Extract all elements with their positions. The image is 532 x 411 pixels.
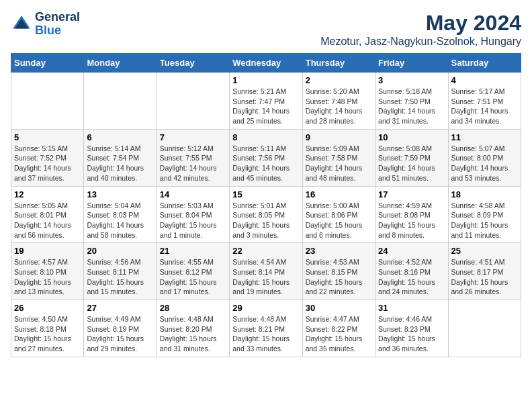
calendar-cell: 27Sunrise: 4:49 AM Sunset: 8:19 PM Dayli… — [84, 300, 157, 357]
day-number: 24 — [378, 246, 445, 256]
logo: General Blue — [11, 11, 80, 38]
day-number: 31 — [378, 303, 445, 313]
day-detail: Sunrise: 5:11 AM Sunset: 7:56 PM Dayligh… — [232, 144, 299, 183]
day-number: 26 — [14, 303, 81, 313]
calendar-cell: 23Sunrise: 4:53 AM Sunset: 8:15 PM Dayli… — [302, 243, 375, 300]
logo-blue: Blue — [35, 24, 61, 37]
col-header-sunday: Sunday — [11, 54, 84, 73]
day-number: 15 — [232, 189, 299, 199]
day-detail: Sunrise: 5:21 AM Sunset: 7:47 PM Dayligh… — [232, 87, 299, 126]
day-number: 7 — [160, 132, 226, 142]
day-number: 19 — [14, 246, 81, 256]
week-row-0: 1Sunrise: 5:21 AM Sunset: 7:47 PM Daylig… — [11, 73, 521, 130]
calendar-cell: 18Sunrise: 4:58 AM Sunset: 8:09 PM Dayli… — [448, 186, 521, 243]
calendar-cell: 7Sunrise: 5:12 AM Sunset: 7:55 PM Daylig… — [157, 129, 229, 186]
calendar-cell: 3Sunrise: 5:18 AM Sunset: 7:50 PM Daylig… — [375, 73, 448, 130]
day-number: 14 — [160, 189, 226, 199]
day-detail: Sunrise: 5:07 AM Sunset: 8:00 PM Dayligh… — [451, 144, 518, 183]
day-number: 18 — [451, 189, 518, 199]
day-number: 17 — [378, 189, 445, 199]
day-number: 16 — [306, 189, 372, 199]
day-number: 8 — [232, 132, 299, 142]
calendar-cell: 15Sunrise: 5:01 AM Sunset: 8:05 PM Dayli… — [230, 186, 302, 243]
col-header-monday: Monday — [84, 54, 157, 73]
calendar-cell — [448, 300, 521, 357]
calendar-cell: 11Sunrise: 5:07 AM Sunset: 8:00 PM Dayli… — [448, 129, 521, 186]
calendar-cell: 1Sunrise: 5:21 AM Sunset: 7:47 PM Daylig… — [230, 73, 302, 130]
day-number: 21 — [160, 246, 226, 256]
day-detail: Sunrise: 4:54 AM Sunset: 8:14 PM Dayligh… — [232, 257, 299, 297]
day-number: 6 — [87, 132, 153, 142]
day-number: 23 — [306, 246, 372, 256]
day-detail: Sunrise: 4:50 AM Sunset: 8:18 PM Dayligh… — [14, 314, 81, 354]
week-row-3: 19Sunrise: 4:57 AM Sunset: 8:10 PM Dayli… — [11, 243, 521, 300]
day-detail: Sunrise: 4:48 AM Sunset: 8:21 PM Dayligh… — [232, 314, 299, 354]
day-detail: Sunrise: 4:53 AM Sunset: 8:15 PM Dayligh… — [306, 257, 372, 297]
logo-general: General — [35, 10, 80, 24]
week-row-2: 12Sunrise: 5:05 AM Sunset: 8:01 PM Dayli… — [11, 186, 521, 243]
col-header-tuesday: Tuesday — [157, 54, 229, 73]
day-number: 12 — [14, 189, 81, 199]
day-number: 25 — [451, 246, 518, 256]
day-detail: Sunrise: 4:59 AM Sunset: 8:08 PM Dayligh… — [378, 201, 445, 240]
day-detail: Sunrise: 5:20 AM Sunset: 7:48 PM Dayligh… — [306, 87, 372, 126]
day-number: 11 — [451, 132, 518, 142]
calendar-cell: 9Sunrise: 5:09 AM Sunset: 7:58 PM Daylig… — [302, 129, 375, 186]
day-detail: Sunrise: 4:51 AM Sunset: 8:17 PM Dayligh… — [451, 257, 518, 297]
calendar-cell: 26Sunrise: 4:50 AM Sunset: 8:18 PM Dayli… — [11, 300, 84, 357]
calendar-cell: 28Sunrise: 4:48 AM Sunset: 8:20 PM Dayli… — [157, 300, 229, 357]
day-number: 13 — [87, 189, 153, 199]
day-number: 30 — [306, 303, 372, 313]
calendar-cell: 16Sunrise: 5:00 AM Sunset: 8:06 PM Dayli… — [302, 186, 375, 243]
day-detail: Sunrise: 5:14 AM Sunset: 7:54 PM Dayligh… — [87, 144, 153, 183]
day-number: 1 — [232, 75, 299, 85]
day-number: 5 — [14, 132, 81, 142]
calendar-cell: 17Sunrise: 4:59 AM Sunset: 8:08 PM Dayli… — [375, 186, 448, 243]
day-detail: Sunrise: 4:55 AM Sunset: 8:12 PM Dayligh… — [160, 257, 226, 297]
day-number: 28 — [160, 303, 226, 313]
day-detail: Sunrise: 5:15 AM Sunset: 7:52 PM Dayligh… — [14, 144, 81, 183]
week-row-1: 5Sunrise: 5:15 AM Sunset: 7:52 PM Daylig… — [11, 129, 521, 186]
day-number: 10 — [378, 132, 445, 142]
calendar-cell: 19Sunrise: 4:57 AM Sunset: 8:10 PM Dayli… — [11, 243, 84, 300]
day-detail: Sunrise: 5:09 AM Sunset: 7:58 PM Dayligh… — [306, 144, 372, 183]
day-detail: Sunrise: 5:08 AM Sunset: 7:59 PM Dayligh… — [378, 144, 445, 183]
logo-text: General Blue — [35, 11, 80, 38]
day-detail: Sunrise: 5:01 AM Sunset: 8:05 PM Dayligh… — [232, 201, 299, 240]
calendar-cell: 21Sunrise: 4:55 AM Sunset: 8:12 PM Dayli… — [157, 243, 229, 300]
day-detail: Sunrise: 5:00 AM Sunset: 8:06 PM Dayligh… — [306, 201, 372, 240]
day-detail: Sunrise: 5:18 AM Sunset: 7:50 PM Dayligh… — [378, 87, 445, 126]
day-detail: Sunrise: 5:17 AM Sunset: 7:51 PM Dayligh… — [451, 87, 518, 126]
calendar-cell: 31Sunrise: 4:46 AM Sunset: 8:23 PM Dayli… — [375, 300, 448, 357]
calendar-cell: 12Sunrise: 5:05 AM Sunset: 8:01 PM Dayli… — [11, 186, 84, 243]
day-detail: Sunrise: 5:05 AM Sunset: 8:01 PM Dayligh… — [14, 201, 81, 240]
day-number: 22 — [232, 246, 299, 256]
title-block: May 2024 Mezotur, Jasz-Nagykun-Szolnok, … — [320, 11, 521, 48]
day-number: 2 — [306, 75, 372, 85]
day-detail: Sunrise: 4:48 AM Sunset: 8:20 PM Dayligh… — [160, 314, 226, 354]
day-number: 20 — [87, 246, 153, 256]
col-header-wednesday: Wednesday — [230, 54, 302, 73]
calendar-cell: 2Sunrise: 5:20 AM Sunset: 7:48 PM Daylig… — [302, 73, 375, 130]
day-number: 29 — [232, 303, 299, 313]
subtitle: Mezotur, Jasz-Nagykun-Szolnok, Hungary — [320, 36, 521, 48]
day-detail: Sunrise: 4:49 AM Sunset: 8:19 PM Dayligh… — [87, 314, 153, 354]
day-detail: Sunrise: 4:46 AM Sunset: 8:23 PM Dayligh… — [378, 314, 445, 354]
col-header-friday: Friday — [375, 54, 448, 73]
col-header-thursday: Thursday — [302, 54, 375, 73]
day-number: 4 — [451, 75, 518, 85]
calendar-cell: 20Sunrise: 4:56 AM Sunset: 8:11 PM Dayli… — [84, 243, 157, 300]
day-number: 9 — [306, 132, 372, 142]
day-detail: Sunrise: 5:04 AM Sunset: 8:03 PM Dayligh… — [87, 201, 153, 240]
calendar-cell: 4Sunrise: 5:17 AM Sunset: 7:51 PM Daylig… — [448, 73, 521, 130]
main-title: May 2024 — [320, 11, 521, 36]
calendar-table: SundayMondayTuesdayWednesdayThursdayFrid… — [11, 53, 521, 357]
logo-icon — [11, 13, 32, 35]
calendar-cell: 25Sunrise: 4:51 AM Sunset: 8:17 PM Dayli… — [448, 243, 521, 300]
calendar-cell: 30Sunrise: 4:47 AM Sunset: 8:22 PM Dayli… — [302, 300, 375, 357]
calendar-cell — [157, 73, 229, 130]
day-number: 3 — [378, 75, 445, 85]
calendar-cell — [84, 73, 157, 130]
day-detail: Sunrise: 5:12 AM Sunset: 7:55 PM Dayligh… — [160, 144, 226, 183]
day-detail: Sunrise: 4:47 AM Sunset: 8:22 PM Dayligh… — [306, 314, 372, 354]
